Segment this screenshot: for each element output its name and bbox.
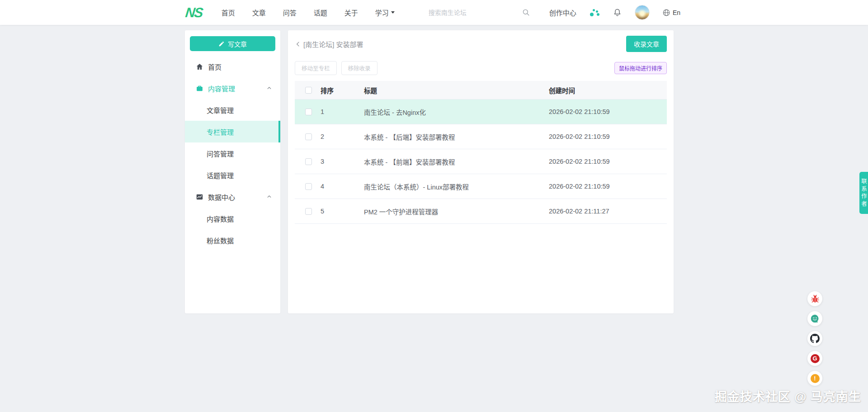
nav-item-home[interactable]: 首页: [222, 8, 235, 17]
nav-item-about[interactable]: 关于: [344, 8, 358, 17]
row-title: 南生论坛 - 去Nginx化: [364, 107, 549, 117]
row-created: 2026-02-02 21:10:59: [549, 108, 667, 115]
row-title: PM2 一个守护进程管理器: [364, 207, 549, 216]
row-created: 2026-02-02 21:10:59: [549, 133, 667, 140]
nav-item-learn[interactable]: 学习: [375, 8, 395, 17]
breadcrumb-label: [南生论坛] 安装部署: [303, 39, 363, 49]
write-article-button[interactable]: 写文章: [190, 36, 275, 51]
breadcrumb[interactable]: [南生论坛] 安装部署: [295, 39, 363, 49]
column-detail-panel: [南生论坛] 安装部署 收录文章 移动至专栏 移除收录 鼠标拖动进行排序 排序 …: [288, 30, 674, 313]
watermark: 掘金技术社区 @ 马亮南生: [715, 387, 861, 405]
table-row[interactable]: 4 南生论坛（本系统）- Linux部署教程 2026-02-02 21:10:…: [295, 174, 667, 199]
sidebar-item-article-management[interactable]: 文章管理: [185, 99, 280, 121]
table-row[interactable]: 3 本系统 - 【前端】安装部署教程 2026-02-02 21:10:59: [295, 149, 667, 174]
sidebar-group-label: 内容管理: [208, 84, 235, 93]
table-header-row: 排序 标题 创建时间: [295, 81, 667, 99]
row-title: 本系统 - 【后端】安装部署教程: [364, 132, 549, 142]
table-row[interactable]: 5 PM2 一个守护进程管理器 2026-02-02 21:11:27: [295, 199, 667, 224]
warning-icon[interactable]: !: [807, 371, 822, 386]
sidebar-item-label: 话题管理: [207, 170, 234, 180]
sidebar-item-label: 问答管理: [207, 149, 234, 158]
panel-header: [南生论坛] 安装部署 收录文章: [295, 30, 667, 57]
table-row[interactable]: 1 南生论坛 - 去Nginx化 2026-02-02 21:10:59: [295, 99, 667, 124]
toolbar: 移动至专栏 移除收录 鼠标拖动进行排序: [295, 61, 667, 75]
chart-icon: [196, 193, 203, 201]
remove-collect-button[interactable]: 移除收录: [341, 61, 377, 75]
chevron-up-icon[interactable]: [266, 85, 272, 91]
row-order: 4: [321, 183, 364, 190]
sidebar: 写文章 首页 内容管理 文章管理 专栏管理 问答管理 话题管理 数据中心: [185, 30, 280, 313]
drag-sort-hint-tag: 鼠标拖动进行排序: [614, 62, 667, 74]
row-checkbox[interactable]: [305, 158, 312, 165]
row-title: 南生论坛（本系统）- Linux部署教程: [364, 182, 549, 191]
back-chevron-icon: [295, 41, 302, 47]
language-switcher[interactable]: En: [662, 9, 680, 17]
sidebar-item-fans-data[interactable]: 粉丝数据: [185, 229, 280, 251]
row-checkbox[interactable]: [305, 183, 312, 190]
toolbar-buttons: 移动至专栏 移除收录: [295, 61, 377, 75]
nav-item-articles[interactable]: 文章: [252, 8, 266, 17]
contact-author-tab[interactable]: 联系作者: [859, 172, 868, 214]
sidebar-group-label: 数据中心: [208, 192, 235, 202]
top-navbar: NS 首页 文章 问答 话题 关于 学习 创作中心: [0, 0, 868, 25]
row-checkbox[interactable]: [305, 133, 312, 140]
sidebar-item-label: 内容数据: [207, 214, 234, 223]
gitee-letter: G: [811, 354, 820, 363]
sidebar-item-label: 文章管理: [207, 105, 234, 115]
row-created: 2026-02-02 21:10:59: [549, 183, 667, 190]
row-checkbox[interactable]: [305, 208, 312, 215]
sidebar-group-data-center[interactable]: 数据中心: [185, 186, 280, 208]
smiley-chat-icon[interactable]: [807, 311, 822, 326]
notifications-bell-icon[interactable]: [613, 8, 622, 17]
search-input[interactable]: [429, 9, 505, 16]
pencil-icon: [218, 41, 225, 47]
row-order: 1: [321, 108, 364, 115]
sidebar-item-content-data[interactable]: 内容数据: [185, 208, 280, 229]
row-title: 本系统 - 【前端】安装部署教程: [364, 157, 549, 166]
navbar-left: NS 首页 文章 问答 话题 关于 学习: [185, 5, 395, 20]
articles-table: 排序 标题 创建时间 1 南生论坛 - 去Nginx化 2026-02-02 2…: [295, 81, 667, 224]
briefcase-icon: [196, 85, 203, 92]
chevron-up-icon[interactable]: [266, 194, 272, 199]
search-box: [429, 8, 530, 17]
github-icon[interactable]: [807, 331, 822, 346]
column-header-created: 创建时间: [549, 85, 667, 95]
column-header-order: 排序: [321, 85, 364, 95]
language-label: En: [673, 9, 680, 16]
search-icon[interactable]: [522, 8, 530, 17]
row-order: 5: [321, 208, 364, 215]
site-logo[interactable]: NS: [184, 5, 203, 20]
apps-dots-icon[interactable]: [589, 8, 600, 18]
sidebar-item-label: 首页: [208, 62, 222, 71]
warning-mark: !: [811, 374, 820, 383]
write-article-label: 写文章: [228, 39, 247, 48]
row-order: 3: [321, 158, 364, 165]
sidebar-item-column-management[interactable]: 专栏管理: [185, 121, 280, 142]
nav-item-qa[interactable]: 问答: [283, 8, 297, 17]
row-order: 2: [321, 133, 364, 140]
sidebar-item-home[interactable]: 首页: [185, 56, 280, 77]
move-to-column-button[interactable]: 移动至专栏: [295, 61, 337, 75]
collect-article-button[interactable]: 收录文章: [626, 36, 667, 52]
home-icon: [196, 63, 203, 71]
user-avatar[interactable]: [635, 5, 650, 20]
globe-icon: [662, 9, 670, 17]
nav-item-learn-label: 学习: [375, 8, 389, 17]
navbar-right: 创作中心 En: [429, 5, 680, 20]
creator-center-link[interactable]: 创作中心: [549, 8, 576, 17]
row-checkbox[interactable]: [305, 109, 312, 115]
sidebar-item-qa-management[interactable]: 问答管理: [185, 142, 280, 164]
sidebar-group-content-management[interactable]: 内容管理: [185, 77, 280, 99]
bug-icon[interactable]: [807, 291, 822, 306]
nav-item-topics[interactable]: 话题: [314, 8, 327, 17]
sidebar-item-label: 专栏管理: [207, 127, 234, 137]
column-header-title: 标题: [364, 85, 549, 95]
select-all-checkbox[interactable]: [305, 87, 312, 94]
row-created: 2026-02-02 21:10:59: [549, 158, 667, 165]
table-row[interactable]: 2 本系统 - 【后端】安装部署教程 2026-02-02 21:10:59: [295, 124, 667, 149]
sidebar-item-label: 粉丝数据: [207, 236, 234, 245]
row-created: 2026-02-02 21:11:27: [549, 208, 667, 215]
gitee-icon[interactable]: G: [807, 351, 822, 366]
sidebar-item-topic-management[interactable]: 话题管理: [185, 164, 280, 186]
chevron-down-icon: [391, 11, 395, 14]
